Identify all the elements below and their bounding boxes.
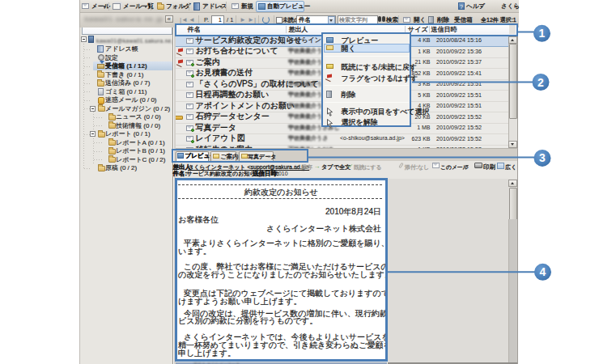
- svg-text:2: 2: [537, 76, 544, 89]
- svg-text:3: 3: [539, 151, 546, 164]
- svg-text:1: 1: [539, 27, 546, 40]
- svg-text:4: 4: [540, 265, 546, 278]
